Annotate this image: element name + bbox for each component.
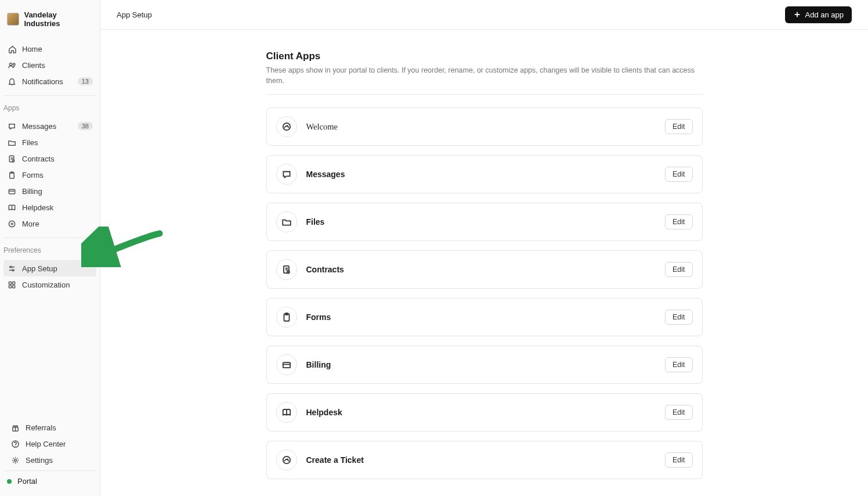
sidebar-item-clients[interactable]: Clients — [3, 57, 96, 73]
sidebar-footer: ReferralsHelp CenterSettings Portal — [0, 415, 100, 496]
add-app-button[interactable]: Add an app — [785, 6, 852, 23]
nav-apps: Messages38FilesContractsFormsBillingHelp… — [0, 116, 100, 234]
edit-button[interactable]: Edit — [665, 357, 693, 372]
edit-button[interactable]: Edit — [665, 452, 693, 468]
app-name: Billing — [306, 360, 665, 369]
sidebar-item-files[interactable]: Files — [3, 134, 96, 150]
add-app-label: Add an app — [805, 10, 844, 19]
main: App Setup Add an app Client Apps These a… — [100, 0, 868, 496]
book-icon — [7, 203, 16, 212]
nav-prefs: App SetupCustomization — [0, 258, 100, 295]
app-card-files[interactable]: FilesEdit — [266, 203, 703, 241]
sidebar-item-customization[interactable]: Customization — [3, 276, 96, 293]
app-name: Forms — [306, 312, 665, 322]
divider — [3, 95, 96, 96]
contract-icon — [7, 154, 16, 163]
sidebar-item-helpdesk[interactable]: Helpdesk — [3, 199, 96, 215]
contract-icon — [276, 259, 297, 280]
message-icon — [7, 121, 16, 131]
app-card-contracts[interactable]: ContractsEdit — [266, 250, 703, 289]
sliders-icon — [7, 264, 16, 273]
app-card-messages[interactable]: MessagesEdit — [266, 155, 703, 193]
divider — [3, 238, 96, 238]
sidebar: Vandelay Industries HomeClientsNotificat… — [0, 0, 100, 496]
sidebar-item-label: Referrals — [26, 423, 89, 432]
edit-button[interactable]: Edit — [665, 310, 693, 325]
dashboard-icon — [276, 450, 297, 470]
sidebar-item-label: Clients — [22, 61, 93, 70]
app-root: Vandelay Industries HomeClientsNotificat… — [0, 0, 868, 496]
badge: 38 — [78, 122, 93, 130]
grid-icon — [7, 280, 16, 289]
sidebar-item-label: Help Center — [26, 440, 89, 448]
app-card-forms[interactable]: FormsEdit — [266, 298, 703, 336]
clipboard-icon — [7, 170, 16, 179]
status-dot-icon — [7, 479, 12, 484]
sidebar-item-label: Messages — [22, 122, 72, 131]
sidebar-item-referrals[interactable]: Referrals — [7, 419, 93, 436]
page-title: Client Apps — [266, 51, 703, 62]
message-icon — [276, 164, 297, 185]
sidebar-item-contracts[interactable]: Contracts — [3, 150, 96, 167]
page-description: These apps show in your portal to client… — [266, 66, 703, 86]
edit-button[interactable]: Edit — [665, 214, 693, 229]
sidebar-item-label: More — [22, 220, 93, 228]
edit-button[interactable]: Edit — [665, 405, 693, 420]
sidebar-item-label: Customization — [22, 281, 93, 289]
sidebar-item-label: Helpdesk — [22, 203, 93, 212]
nav-heading-prefs: Preferences — [0, 242, 100, 258]
breadcrumb: App Setup — [117, 10, 152, 19]
sidebar-item-settings[interactable]: Settings — [7, 452, 93, 468]
app-card-billing[interactable]: BillingEdit — [266, 346, 703, 384]
sidebar-item-label: Home — [22, 45, 93, 53]
app-card-welcome[interactable]: WelcomeEdit — [266, 107, 703, 146]
sidebar-item-label: Forms — [22, 171, 93, 179]
org-name: Vandelay Industries — [24, 10, 93, 28]
sidebar-item-label: Settings — [26, 456, 89, 465]
clipboard-icon — [276, 307, 297, 328]
edit-button[interactable]: Edit — [665, 119, 693, 134]
nav-heading-apps: Apps — [0, 99, 100, 116]
content: Client Apps These apps show in your port… — [100, 30, 868, 496]
sidebar-item-billing[interactable]: Billing — [3, 183, 96, 199]
card-icon — [7, 186, 16, 196]
more-icon — [7, 219, 16, 228]
folder-icon — [7, 138, 16, 147]
edit-button[interactable]: Edit — [665, 262, 693, 277]
users-icon — [7, 60, 16, 70]
edit-button[interactable]: Edit — [665, 167, 693, 182]
client-apps-list: WelcomeEditMessagesEditFilesEditContract… — [266, 107, 703, 479]
home-icon — [7, 44, 16, 53]
gift-icon — [10, 423, 20, 432]
app-card-helpdesk[interactable]: HelpdeskEdit — [266, 393, 703, 432]
sidebar-item-help-center[interactable]: Help Center — [7, 436, 93, 452]
app-card-create-a-ticket[interactable]: Create a TicketEdit — [266, 441, 703, 479]
sidebar-item-messages[interactable]: Messages38 — [3, 118, 96, 134]
app-name: Create a Ticket — [306, 455, 665, 465]
sidebar-item-forms[interactable]: Forms — [3, 167, 96, 183]
bell-icon — [7, 77, 16, 86]
sidebar-item-app-setup[interactable]: App Setup — [3, 260, 96, 276]
sidebar-item-label: Billing — [22, 187, 93, 196]
card-icon — [276, 354, 297, 375]
sidebar-item-home[interactable]: Home — [3, 41, 96, 57]
org-switcher[interactable]: Vandelay Industries — [0, 0, 100, 38]
sidebar-item-more[interactable]: More — [3, 215, 96, 232]
app-name: Helpdesk — [306, 408, 665, 417]
app-name: Files — [306, 217, 665, 227]
folder-icon — [276, 211, 297, 232]
dashboard-icon — [276, 116, 297, 137]
portal-label: Portal — [17, 477, 37, 486]
nav-main: HomeClientsNotifications13 — [0, 38, 100, 92]
sidebar-item-label: Contracts — [22, 154, 93, 163]
badge: 13 — [78, 77, 93, 85]
divider — [266, 94, 703, 95]
portal-link[interactable]: Portal — [3, 470, 96, 491]
app-name: Messages — [306, 170, 665, 179]
book-icon — [276, 402, 297, 423]
sidebar-item-label: App Setup — [22, 264, 93, 273]
plus-icon — [793, 10, 801, 19]
sidebar-item-notifications[interactable]: Notifications13 — [3, 73, 96, 89]
topbar: App Setup Add an app — [100, 0, 868, 30]
app-name: Contracts — [306, 265, 665, 274]
